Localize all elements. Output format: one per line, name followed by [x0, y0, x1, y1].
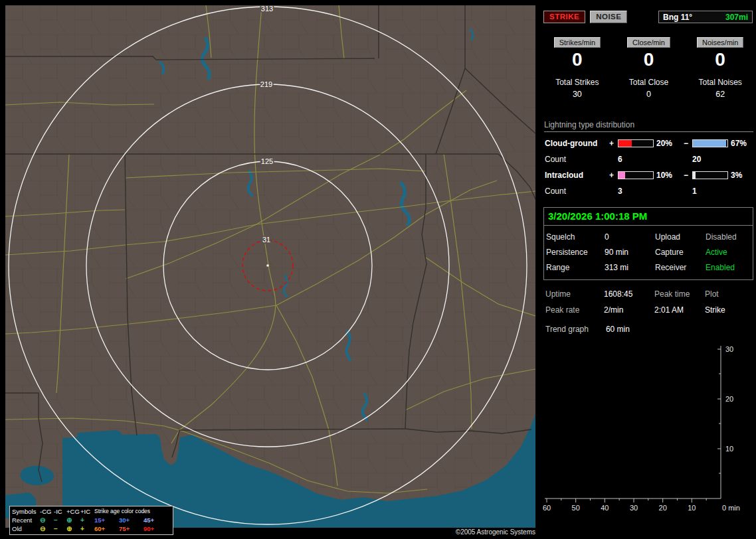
persistence-label: Persistence [546, 248, 605, 257]
recent-neg-cg-symbol-icon: ⊖ [40, 516, 54, 524]
distribution-title: Lightning type distribution [544, 120, 753, 132]
plot-value: Strike [705, 305, 756, 315]
y-tick-30: 30 [725, 345, 733, 353]
legend-col-pos-cg: +CG [66, 507, 80, 516]
ic-plus-sign: + [609, 171, 618, 180]
range-label: Range [546, 263, 605, 272]
close-column: Close/min 0 Total Close 0 [613, 37, 685, 99]
trend-x-ticks [547, 499, 706, 502]
squelch-label: Squelch [546, 232, 605, 242]
trend-y-labels: 30 20 10 [725, 345, 733, 453]
ic-negative-bar-fill [693, 172, 696, 179]
cloud-ground-label: Cloud-ground [545, 139, 609, 148]
cg-negative-bar-fill [693, 140, 726, 147]
receiver-status: Enabled [706, 263, 753, 272]
noise-indicator-button[interactable]: NOISE [590, 11, 627, 23]
status-panel: STRIKE NOISE Bng 11° 307mi Strikes/min 0… [541, 0, 756, 539]
legend-age-header: Strike age color codes [94, 507, 165, 516]
receiver-center-marker [266, 264, 269, 267]
intracloud-row: Intracloud + 10% − 3% [545, 171, 756, 180]
total-close-label: Total Close [613, 78, 685, 87]
trend-y-ticks [717, 349, 721, 473]
copyright-notice: ©2005 Astrogenic Systems [404, 528, 535, 536]
x-tick-20: 20 [659, 504, 667, 512]
receiver-label: Receiver [655, 263, 706, 272]
trend-chart: 30 20 10 60 50 40 30 20 10 0 min [541, 339, 741, 517]
map-svg: 313 219 125 31 [5, 5, 535, 528]
old-neg-ic-symbol-icon: − [54, 524, 66, 533]
total-close-value: 0 [613, 90, 685, 99]
uptime-label: Uptime [545, 289, 604, 299]
strikes-per-min-value: 0 [541, 50, 613, 70]
peak-rate-label: Peak rate [545, 305, 604, 315]
cg-positive-bar [618, 139, 654, 147]
old-pos-cg-symbol-icon: ⊕ [66, 524, 80, 533]
status-info-box: 3/20/2026 1:00:18 PM Squelch 0 Upload Di… [543, 207, 753, 280]
cg-plus-sign: + [609, 139, 618, 148]
peak-rate-value: 2/min [604, 305, 654, 315]
x-tick-60: 60 [543, 504, 551, 512]
old-pos-ic-symbol-icon: + [80, 524, 94, 533]
trend-graph-header: Trend graph 60 min [545, 325, 756, 334]
cg-positive-bar-fill [618, 140, 632, 147]
close-per-min-value: 0 [613, 50, 685, 70]
trend-x-labels: 60 50 40 30 20 10 0 min [543, 504, 740, 512]
strikes-column: Strikes/min 0 Total Strikes 30 [541, 37, 613, 99]
legend-col-neg-ic: -IC [54, 507, 66, 516]
legend-col-pos-ic: +IC [80, 507, 94, 516]
cg-positive-count: 6 [618, 155, 656, 164]
legend-old-label: Old [12, 524, 40, 533]
peak-time-value: 2:01 AM [654, 305, 705, 315]
bearing-value: Bng 11° [663, 13, 692, 22]
age-60: 60+ [94, 524, 119, 533]
capture-label: Capture [655, 248, 706, 257]
cg-negative-bar [692, 139, 728, 147]
ic-positive-count: 3 [618, 187, 656, 196]
age-90: 90+ [143, 524, 165, 533]
cg-count-label: Count [545, 155, 609, 164]
ic-positive-pct: 10% [656, 171, 684, 180]
ring-label-219: 219 [260, 80, 272, 88]
cg-negative-pct: 67% [731, 139, 756, 148]
age-15: 15+ [94, 516, 119, 524]
indicator-row: STRIKE NOISE Bng 11° 307mi [543, 11, 753, 23]
bearing-distance: 307mi [725, 13, 748, 22]
noises-per-min-value: 0 [684, 50, 756, 70]
settings-grid: Squelch 0 Upload Disabled Persistence 90… [544, 226, 753, 279]
noises-per-min-button[interactable]: Noises/min [697, 37, 743, 48]
map-view[interactable]: 313 219 125 31 [5, 5, 535, 528]
ic-positive-bar [618, 171, 654, 179]
x-tick-40: 40 [601, 504, 609, 512]
squelch-value: 0 [605, 232, 655, 242]
legend-col-neg-cg: -CG [40, 507, 54, 516]
peak-time-label: Peak time [654, 289, 705, 299]
strike-indicator-button[interactable]: STRIKE [543, 11, 585, 23]
lightning-type-distribution: Lightning type distribution Cloud-ground… [541, 120, 756, 196]
y-tick-20: 20 [725, 395, 733, 403]
rate-counters: Strikes/min 0 Total Strikes 30 Close/min… [541, 37, 756, 99]
bearing-readout: Bng 11° 307mi [658, 11, 753, 23]
noises-column: Noises/min 0 Total Noises 62 [684, 37, 756, 99]
top-row-spacer [632, 11, 654, 23]
recent-pos-cg-symbol-icon: ⊕ [66, 516, 80, 524]
x-tick-30: 30 [630, 504, 638, 512]
strikes-per-min-button[interactable]: Strikes/min [554, 37, 601, 48]
trend-graph-label: Trend graph [545, 325, 589, 334]
total-noises-value: 62 [684, 90, 756, 99]
close-per-min-button[interactable]: Close/min [627, 37, 670, 48]
ic-minus-sign: − [684, 171, 692, 180]
total-strikes-label: Total Strikes [541, 78, 613, 87]
upload-label: Upload [655, 232, 706, 242]
plot-label: Plot [705, 289, 756, 299]
stats-grid: Uptime 1608:45 Peak time Plot Peak rate … [545, 289, 756, 315]
x-tick-50: 50 [572, 504, 580, 512]
cloud-ground-count-row: Count 6 20 [545, 155, 756, 164]
cg-positive-pct: 20% [656, 139, 684, 148]
uptime-value: 1608:45 [604, 289, 654, 299]
intracloud-count-row: Count 3 1 [545, 187, 756, 196]
total-strikes-value: 30 [541, 90, 613, 99]
recent-neg-ic-symbol-icon: − [54, 516, 66, 524]
age-75: 75+ [119, 524, 143, 533]
legend-symbols-header: Symbols [12, 507, 40, 516]
ring-label-125: 125 [261, 157, 273, 165]
